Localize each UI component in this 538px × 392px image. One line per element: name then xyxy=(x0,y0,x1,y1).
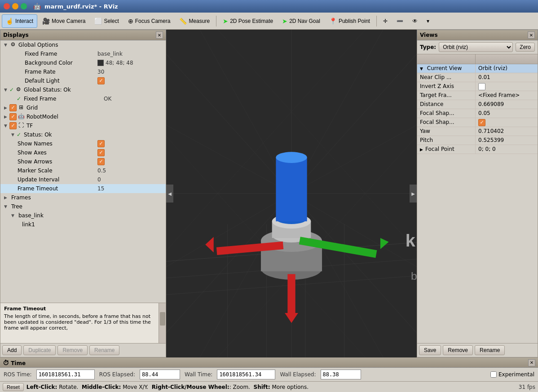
displays-buttons: Add Duplicate Remove Rename xyxy=(0,344,166,357)
nav-goal-button[interactable]: ➤ 2D Nav Goal xyxy=(278,14,324,28)
viewport-3d[interactable]: ◀ xyxy=(166,30,417,357)
checkbox-checked[interactable]: ✓ xyxy=(9,113,17,120)
close-button[interactable] xyxy=(4,3,10,9)
views-close-button[interactable]: ✕ xyxy=(528,31,535,39)
expand-arrow[interactable]: ▼ xyxy=(4,204,9,209)
tree-item-default-light[interactable]: Default Light ✓ xyxy=(0,76,166,85)
tree-item-robot-model[interactable]: ▶ ✓ 🤖 RobotModel xyxy=(0,112,166,121)
experimental-checkbox[interactable] xyxy=(490,371,497,378)
views-rename-button[interactable]: Rename xyxy=(475,345,505,355)
checkbox-checked[interactable]: ✓ xyxy=(97,77,105,84)
item-name: Marker Scale xyxy=(17,167,97,174)
expand-arrow[interactable]: ▶ xyxy=(4,106,9,110)
tree-item-tree[interactable]: ▼ Tree xyxy=(0,202,166,211)
row-name: ▼ Current View xyxy=(417,64,476,73)
description-scrollbar[interactable] xyxy=(159,303,166,343)
checkbox-checked[interactable]: ✓ xyxy=(9,122,17,129)
maximize-button[interactable] xyxy=(21,3,27,9)
views-row-focal-shape-2[interactable]: Focal Shap... ✓ xyxy=(417,118,538,127)
wall-elapsed-input[interactable] xyxy=(321,370,361,379)
tree-item-fixed-frame[interactable]: Fixed Frame base_link xyxy=(0,49,166,58)
row-value: 0.669089 xyxy=(476,100,538,109)
views-row-focal-shape-1[interactable]: Focal Shap... 0.05 xyxy=(417,109,538,118)
ros-elapsed-input[interactable] xyxy=(140,370,180,379)
add-button[interactable]: Add xyxy=(2,345,22,355)
views-row-pitch[interactable]: Pitch 0.525399 xyxy=(417,136,538,145)
tree-item-update-interval[interactable]: Update Interval 0 xyxy=(0,175,166,184)
views-row-near-clip[interactable]: Near Clip ... 0.01 xyxy=(417,73,538,82)
views-remove-button[interactable]: Remove xyxy=(443,345,473,355)
tree-item-bg-color[interactable]: Background Color 48; 48; 48 xyxy=(0,58,166,67)
tree-item-show-axes[interactable]: Show Axes ✓ xyxy=(0,148,166,157)
wall-time-input[interactable] xyxy=(217,370,275,379)
reset-button[interactable]: Reset xyxy=(3,383,24,391)
expand-arrow[interactable]: ▼ xyxy=(11,213,17,218)
zero-button[interactable]: Zero xyxy=(516,43,535,52)
tree-item-grid[interactable]: ▶ ✓ ⊞ Grid xyxy=(0,103,166,112)
measure-button[interactable]: 📏 Measure xyxy=(175,14,214,28)
expand-arrow[interactable]: ▶ xyxy=(4,195,9,200)
chevron-down-icon: ▾ xyxy=(427,18,429,24)
dropdown-button[interactable]: ▾ xyxy=(423,14,433,28)
views-row-yaw[interactable]: Yaw 0.710402 xyxy=(417,127,538,136)
minus-button[interactable]: ➖ xyxy=(392,14,407,28)
item-value: 48; 48; 48 xyxy=(97,60,166,66)
item-name: Fixed Frame xyxy=(17,51,97,57)
measure-icon: 📏 xyxy=(179,18,187,25)
tree-item-link1[interactable]: link1 xyxy=(0,220,166,229)
tree-item-show-names[interactable]: Show Names ✓ xyxy=(0,139,166,148)
viewport-arrow-left[interactable]: ◀ xyxy=(166,185,173,203)
viewport-arrow-right[interactable]: ▶ xyxy=(410,185,417,203)
checkbox-checked[interactable]: ✓ xyxy=(478,119,485,126)
tree-item-global-options[interactable]: ▼ ⚙ Global Options xyxy=(0,40,166,49)
publish-point-button[interactable]: 📍 Publish Point xyxy=(325,14,374,28)
views-title: Views xyxy=(420,32,438,38)
tree-item-show-arrows[interactable]: Show Arrows ✓ xyxy=(0,157,166,166)
rename-button[interactable]: Rename xyxy=(89,345,119,355)
tree-item-fixed-frame-ok[interactable]: ✓ Fixed Frame OK xyxy=(0,94,166,103)
views-row-focal-point[interactable]: ▶Focal Point 0; 0; 0 xyxy=(417,145,538,154)
tree-item-tf-status[interactable]: ▼ ✓ Status: Ok xyxy=(0,130,166,139)
checkbox-checked[interactable]: ✓ xyxy=(9,104,17,111)
views-row-invert-z[interactable]: Invert Z Axis xyxy=(417,82,538,91)
expand-arrow[interactable]: ▼ xyxy=(4,88,9,92)
displays-tree[interactable]: ▼ ⚙ Global Options Fixed Frame base_link… xyxy=(0,40,166,303)
expand-arrow[interactable]: ▼ xyxy=(4,43,9,47)
expand-arrow[interactable]: ▼ xyxy=(11,132,17,137)
displays-close-button[interactable]: ✕ xyxy=(156,31,163,39)
tree-item-marker-scale[interactable]: Marker Scale 0.5 xyxy=(0,166,166,175)
ros-time-label: ROS Time: xyxy=(4,371,32,378)
checkbox-unchecked[interactable] xyxy=(478,83,485,90)
time-close-button[interactable]: ✕ xyxy=(528,359,535,366)
views-row-current-view[interactable]: ▼ Current View Orbit (rviz) xyxy=(417,64,538,73)
expand-arrow[interactable]: ▶ xyxy=(4,115,9,119)
expand-arrow[interactable]: ▼ xyxy=(4,123,9,128)
select-button[interactable]: ⬜ Select xyxy=(90,14,123,28)
duplicate-button[interactable]: Duplicate xyxy=(23,345,56,355)
checkbox-checked[interactable]: ✓ xyxy=(97,158,105,165)
tree-item-frame-timeout[interactable]: Frame Timeout 15 xyxy=(0,184,166,193)
views-save-button[interactable]: Save xyxy=(419,345,441,355)
scroll-thumb[interactable] xyxy=(160,312,165,326)
pose-estimate-button[interactable]: ➤ 2D Pose Estimate xyxy=(219,14,277,28)
remove-button[interactable]: Remove xyxy=(57,345,88,355)
tree-item-base-link[interactable]: ▼ base_link xyxy=(0,211,166,220)
type-select[interactable]: Orbit (rviz) xyxy=(439,42,513,52)
checkbox-checked[interactable]: ✓ xyxy=(97,149,105,156)
ok-icon: ✓ xyxy=(17,96,21,102)
interact-button[interactable]: ☝ Interact xyxy=(2,14,37,28)
ros-time-input[interactable] xyxy=(36,370,95,379)
views-row-target-frame[interactable]: Target Fra... <Fixed Frame> xyxy=(417,91,538,100)
tree-item-tf[interactable]: ▼ ✓ ⛶ TF xyxy=(0,121,166,130)
tree-item-global-status[interactable]: ▼ ✓ ⚙ Global Status: Ok xyxy=(0,85,166,94)
focus-camera-button[interactable]: ⊕ Focus Camera xyxy=(124,14,175,28)
views-row-distance[interactable]: Distance 0.669089 xyxy=(417,100,538,109)
eye-button[interactable]: 👁 xyxy=(408,14,422,28)
tree-item-frame-rate[interactable]: Frame Rate 30 xyxy=(0,67,166,76)
tree-item-frames[interactable]: ▶ Frames xyxy=(0,193,166,202)
checkbox-checked[interactable]: ✓ xyxy=(97,140,105,147)
add-view-button[interactable]: ✛ xyxy=(379,14,392,28)
settings-icon: ⚙ xyxy=(9,41,17,48)
move-camera-button[interactable]: 🎥 Move Camera xyxy=(38,14,89,28)
minimize-button[interactable] xyxy=(12,3,18,9)
